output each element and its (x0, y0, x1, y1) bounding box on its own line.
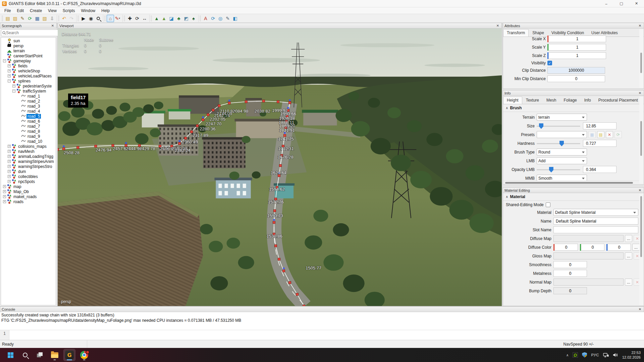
expander-icon[interactable]: + (8, 175, 11, 178)
tree-item-dum[interactable]: +dum (1, 169, 56, 174)
menu-edit[interactable]: Edit (14, 8, 27, 14)
visibility-checkbox[interactable]: ✓ (547, 61, 552, 65)
info-tab-height[interactable]: Height (503, 97, 522, 104)
material-close-icon[interactable]: ✕ (638, 188, 642, 192)
menu-file[interactable]: File (1, 8, 14, 14)
spline-control-point[interactable] (178, 142, 181, 145)
spline-tangent-point[interactable] (125, 142, 127, 144)
tree-item-road_5[interactable]: road_5 (1, 114, 56, 119)
hidden-icons-chevron[interactable]: ∧ (566, 353, 569, 357)
tree-item-road_1[interactable]: road_1 (1, 94, 56, 99)
tree-item-collectibles[interactable]: +collectibles (1, 174, 56, 179)
expander-icon[interactable]: + (12, 84, 15, 87)
foliage-paint-icon[interactable]: ♣ (175, 15, 182, 22)
language-indicator[interactable]: РУС (591, 353, 599, 357)
refresh-scene-icon[interactable]: ⟳ (209, 15, 217, 22)
tree-item-animalLoadingTrigg[interactable]: +animalLoadingTrigg (1, 154, 56, 159)
script-editor-icon[interactable]: ✎ (224, 15, 231, 22)
close-button[interactable]: ✕ (629, 0, 644, 7)
zoom-tool-icon[interactable] (95, 15, 102, 22)
viewport-close-icon[interactable]: ✕ (495, 24, 500, 27)
expander-icon[interactable]: + (3, 190, 6, 193)
expander-icon[interactable]: + (8, 165, 11, 168)
smoothness-input[interactable] (553, 261, 587, 268)
material-scrollbar[interactable] (639, 194, 643, 305)
maximize-button[interactable]: ▢ (614, 0, 629, 7)
spline-control-point[interactable] (283, 270, 285, 272)
scale-y-input[interactable] (548, 44, 606, 51)
terrain-detail-icon[interactable]: ◩ (182, 15, 190, 22)
terrain-select[interactable]: terrain (537, 114, 587, 121)
diffuse-color-b-input[interactable] (607, 244, 631, 251)
script-command-input[interactable] (9, 330, 644, 340)
chrome-taskbar-button[interactable] (78, 349, 90, 361)
info-tab-texture[interactable]: Texture (522, 97, 543, 104)
info-tab-mesh[interactable]: Mesh (543, 97, 560, 104)
tree-item-road_9[interactable]: road_9 (1, 134, 56, 139)
rotate-tool-icon[interactable]: ⟳ (133, 15, 141, 22)
size-input[interactable] (583, 122, 616, 129)
normal-map-browse-button[interactable]: ... (625, 279, 632, 286)
tree-item-road_8[interactable]: road_8 (1, 129, 56, 134)
spline-control-point[interactable] (262, 100, 265, 102)
preset-save-icon[interactable]: ▦ (588, 131, 596, 138)
expander-icon[interactable]: − (8, 79, 11, 82)
brush-type-select[interactable]: Round (537, 148, 587, 156)
undo-icon[interactable]: ↶ (60, 15, 68, 22)
shared-editing-checkbox[interactable] (546, 202, 550, 207)
tree-item-vehicleShop[interactable]: +vehicleShop (1, 68, 56, 73)
tree-item-road_7[interactable]: road_7 (1, 124, 56, 129)
tree-item-npcSpots[interactable]: +npcSpots (1, 179, 56, 184)
tree-item-warningStripesStro[interactable]: +warningStripesStro (1, 164, 56, 169)
menu-view[interactable]: View (45, 8, 60, 14)
tree-item-maket_roads[interactable]: +maket_roads (1, 194, 56, 199)
spline-control-point[interactable] (279, 165, 281, 167)
preset-new-icon[interactable]: ▤ (597, 131, 604, 138)
tree-item-collisions_maps[interactable]: +collisions_maps (1, 144, 56, 149)
info-tab-foliage[interactable]: Foliage (560, 97, 580, 104)
tree-item-road_3[interactable]: road_3 (1, 104, 56, 109)
spline-control-point[interactable] (274, 245, 277, 247)
import-icon[interactable]: ⇩ (48, 15, 56, 22)
brush-section-header[interactable]: ∧Brush (503, 104, 644, 112)
hardness-input[interactable] (583, 140, 616, 147)
info-tab-procedural-placement[interactable]: Procedural Placement (595, 97, 642, 104)
expander-icon[interactable]: + (8, 145, 11, 148)
tree-item-map[interactable]: +map (1, 184, 56, 189)
brush-tool-icon[interactable]: ✎▼ (114, 15, 121, 22)
material-name-input[interactable] (553, 218, 638, 225)
minimize-button[interactable]: – (599, 0, 614, 7)
spline-control-point[interactable] (202, 119, 204, 121)
spline-control-point[interactable] (207, 114, 209, 116)
giants-editor-taskbar-button[interactable]: G (64, 349, 75, 361)
metalness-input[interactable] (553, 270, 587, 277)
spline-control-point[interactable] (95, 145, 97, 147)
diffuse-color-picker-button[interactable]: ... (632, 244, 640, 251)
spline-control-point[interactable] (278, 258, 280, 260)
panel-toggle-icon[interactable]: ◧ (231, 15, 239, 22)
spline-control-point[interactable] (277, 101, 279, 103)
spline-control-point[interactable] (218, 105, 220, 107)
spline-control-point[interactable] (289, 102, 291, 104)
search-input[interactable] (6, 31, 58, 35)
spline-control-point[interactable] (58, 148, 59, 151)
move-tool-icon[interactable]: ✚ (126, 15, 133, 22)
console-log[interactable]: Successfully created swap chain with siz… (0, 312, 644, 330)
opacity-lmb-slider[interactable] (537, 166, 580, 173)
spline-control-point[interactable] (273, 209, 276, 212)
expander-icon[interactable]: + (8, 160, 11, 163)
spline-tangent-point[interactable] (179, 140, 180, 142)
material-section-header[interactable]: ∧Material (503, 193, 644, 201)
menu-window[interactable]: Window (78, 8, 99, 14)
info-hscrollbar[interactable] (503, 181, 639, 184)
taskbar-clock[interactable]: 22:53 12.02.2026 (622, 350, 641, 360)
attributes-tab-transform[interactable]: Transform (503, 29, 529, 37)
visibility-eye-icon[interactable]: ◉ (87, 15, 95, 22)
presets-select[interactable] (537, 131, 587, 138)
spline-control-point[interactable] (245, 101, 247, 103)
expander-icon[interactable]: − (3, 59, 6, 62)
tree-item-pedestrianSyste[interactable]: +pedestrianSyste (1, 83, 56, 88)
tree-item-Map_Ob[interactable]: +Map_Ob (1, 189, 56, 194)
terrain-sculpt-icon[interactable]: ▲ (153, 15, 160, 22)
scale-z-input[interactable] (548, 52, 606, 59)
